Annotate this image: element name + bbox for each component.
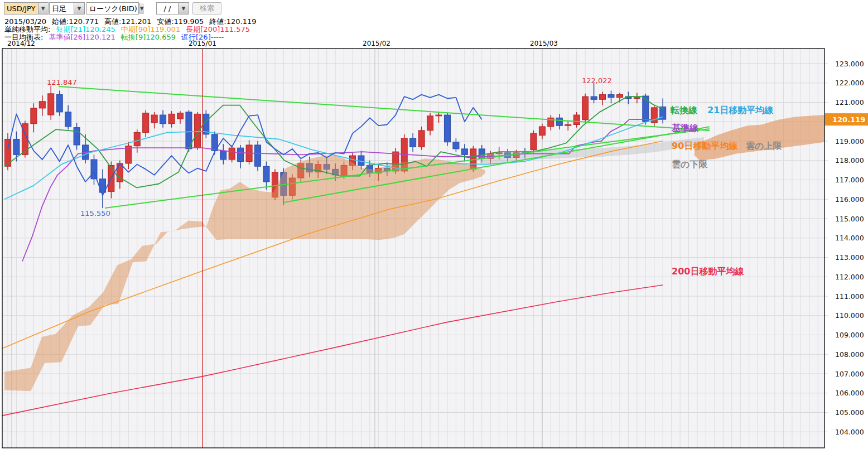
x-axis-month-label: 2015/02 [363, 40, 390, 47]
candle-up [31, 108, 37, 124]
candle-down [263, 166, 269, 182]
candle-up [565, 124, 571, 125]
candle-up [600, 95, 606, 100]
candle-up [194, 114, 200, 148]
candle-up [582, 96, 589, 120]
candle-down [556, 118, 562, 125]
y-axis-label: 121.000 [835, 98, 864, 107]
y-axis-label: 110.000 [835, 311, 864, 320]
chevron-down-icon[interactable]: ▼ [74, 3, 84, 14]
legend-kijun: 基準線 [672, 123, 699, 133]
y-axis-label: 106.000 [835, 389, 864, 397]
candle-down [74, 128, 80, 145]
date-value: / / [157, 3, 178, 14]
candle-down [220, 151, 226, 160]
plot-background [2, 49, 824, 448]
candlestick-chart[interactable]: 104.000105.000106.000107.000108.000109.0… [0, 48, 868, 449]
candle-down [56, 95, 62, 112]
y-axis-label: 112.000 [835, 273, 864, 281]
ichimoku-value: 転換[9]120.659 [121, 33, 176, 41]
x-axis-month-label: 2015/03 [530, 40, 558, 47]
candle-down [444, 115, 450, 142]
low-label-dec: 115.550 [80, 209, 110, 218]
date-select[interactable]: / / ▼ [156, 2, 189, 15]
x-axis-month-label: 2014/12 [7, 40, 35, 47]
candle-up [531, 133, 537, 150]
candle-down [160, 115, 166, 124]
y-axis-label: 109.000 [835, 331, 864, 339]
candle-down [91, 160, 97, 179]
y-axis-label: 113.000 [835, 253, 864, 262]
y-axis-label: 119.000 [835, 137, 864, 146]
chevron-down-icon[interactable]: ▼ [178, 3, 189, 14]
y-axis-label: 104.000 [835, 428, 864, 436]
y-axis-label: 114.000 [835, 234, 864, 242]
current-price-tag-label: 120.119 [832, 115, 865, 124]
x-axis-month-label: 2015/01 [189, 40, 216, 47]
candle-down [65, 112, 71, 127]
chevron-down-icon[interactable]: ▼ [38, 3, 49, 14]
legend-sma200: 200日移動平均線 [672, 266, 744, 277]
candle-up [634, 98, 640, 99]
high-label-dec: 121.847 [47, 78, 77, 86]
candle-up [436, 115, 442, 116]
chart-type-value: ローソク(BID) [87, 3, 139, 14]
trading-chart-app: { "toolbar": { "pair": "USD/JPY", "timef… [0, 0, 868, 449]
candle-down [591, 96, 597, 99]
y-axis-label: 117.000 [835, 176, 864, 184]
y-axis-label: 105.000 [835, 408, 864, 417]
candle-up [177, 113, 184, 119]
candle-up [539, 127, 545, 136]
legend-sma21: 21日移動平均線 [707, 105, 774, 115]
legend-sma90: 90日移動平均線 [672, 141, 738, 151]
candle-down [453, 142, 459, 149]
timeframe-select[interactable]: 日足 ▼ [49, 2, 85, 15]
candle-down [13, 139, 20, 155]
y-axis-label: 107.000 [835, 370, 864, 378]
legend-cloud-bottom: 雲の下限 [672, 159, 707, 170]
pair-value: USD/JPY [4, 3, 38, 14]
pair-select[interactable]: USD/JPY ▼ [4, 2, 49, 15]
y-axis-label: 118.000 [835, 156, 864, 165]
y-axis-label: 111.000 [835, 292, 864, 301]
high-label-mar: 122,022 [582, 76, 612, 85]
candle-up [168, 114, 175, 123]
y-axis-label: 115.000 [835, 215, 864, 223]
y-axis-label: 122.000 [835, 79, 864, 87]
candle-up [134, 132, 140, 146]
chevron-down-icon[interactable]: ▼ [139, 3, 144, 14]
candle-down [255, 145, 261, 166]
candle-up [39, 102, 45, 108]
candle-up [229, 148, 235, 160]
legend-tenkan: 転換線 [671, 105, 698, 115]
candle-down [410, 138, 416, 147]
search-button[interactable]: 検索 [192, 2, 221, 15]
legend-cloud-top: 雲の上限 [746, 141, 782, 151]
y-axis-label: 108.000 [835, 350, 864, 359]
candle-up [616, 95, 623, 98]
toolbar: USD/JPY ▼ 日足 ▼ ローソク(BID) ▼ / / ▼ 検索 [0, 0, 868, 16]
y-axis-label: 123.000 [835, 60, 864, 68]
candle-up [573, 115, 580, 124]
candle-up [151, 115, 157, 123]
y-axis-label: 116.000 [835, 195, 864, 204]
candle-up [418, 131, 425, 147]
candle-up [48, 94, 54, 115]
candle-down [461, 149, 467, 155]
candle-down [608, 95, 614, 98]
candle-down [238, 148, 244, 161]
chart-type-select[interactable]: ローソク(BID) ▼ [86, 2, 139, 15]
candle-up [143, 113, 149, 133]
ichimoku-value: 基準値[26]120.121 [49, 33, 115, 41]
candle-up [427, 116, 433, 131]
timeframe-value: 日足 [50, 3, 74, 14]
